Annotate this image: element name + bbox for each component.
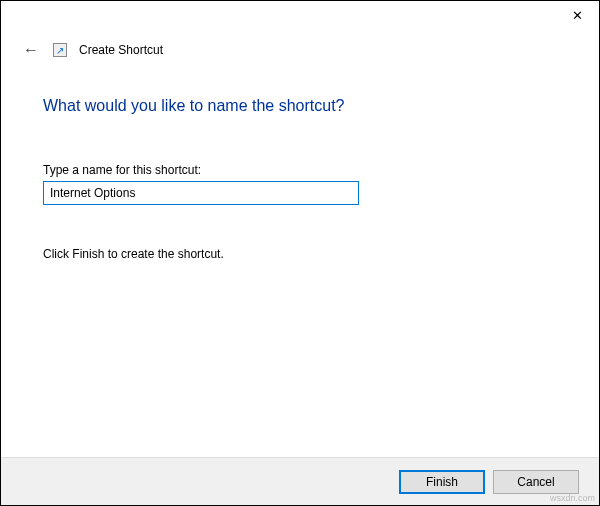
close-icon: ✕ — [572, 8, 583, 23]
back-button[interactable]: ← — [21, 39, 41, 61]
finish-button[interactable]: Finish — [399, 470, 485, 494]
wizard-header: ← ↗ Create Shortcut — [1, 29, 599, 69]
instruction-text: Click Finish to create the shortcut. — [43, 247, 557, 261]
page-heading: What would you like to name the shortcut… — [43, 97, 557, 115]
wizard-title: Create Shortcut — [79, 43, 163, 57]
button-bar: Finish Cancel — [1, 457, 599, 505]
close-button[interactable]: ✕ — [567, 5, 587, 25]
wizard-content: What would you like to name the shortcut… — [1, 69, 599, 281]
shortcut-icon: ↗ — [53, 43, 67, 57]
shortcut-name-label: Type a name for this shortcut: — [43, 163, 557, 177]
watermark: wsxdn.com — [550, 493, 595, 503]
shortcut-name-input[interactable] — [43, 181, 359, 205]
cancel-button[interactable]: Cancel — [493, 470, 579, 494]
titlebar: ✕ — [1, 1, 599, 29]
